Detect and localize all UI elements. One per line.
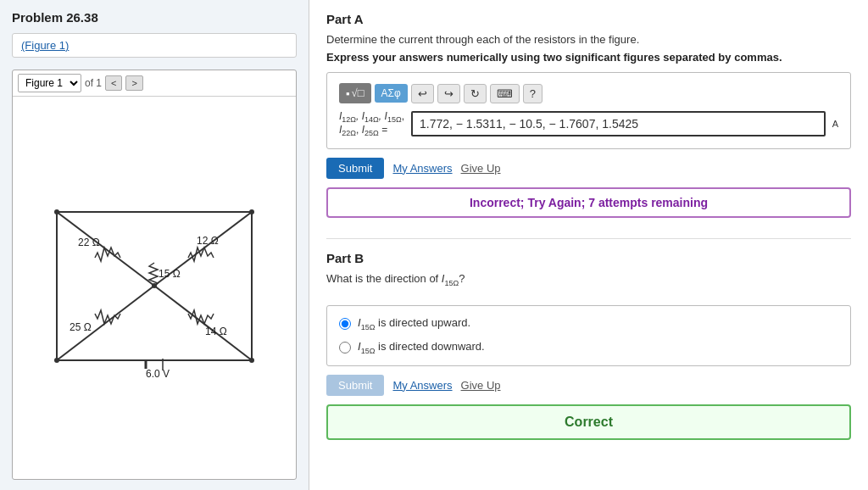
symbols-button[interactable]: ΑΣφ <box>375 84 408 103</box>
part-b-option-2[interactable]: I15Ω is directed downward. <box>339 340 838 355</box>
part-b-option-2-label: I15Ω is directed downward. <box>358 340 485 355</box>
figure-of-label: of 1 <box>85 77 102 89</box>
right-panel: Part A Determine the current through eac… <box>309 0 868 490</box>
math-toolbar: ▪ √□ ΑΣφ ↩ ↪ ↻ ⌨ ? <box>339 83 838 103</box>
part-a-header: Part A <box>326 12 851 26</box>
resistor-14-label: 14 Ω <box>205 326 227 337</box>
battery: 6.0 V <box>57 359 252 380</box>
svg-point-11 <box>54 209 59 214</box>
input-row: I12Ω, I14Ω, I15Ω, I22Ω, I25Ω = A <box>339 110 838 138</box>
part-b-section: Part B What is the direction of I15Ω? I1… <box>326 248 851 440</box>
part-b-option-1-label: I15Ω is directed upward. <box>358 316 470 331</box>
part-b-radio-group: I15Ω is directed upward. I15Ω is directe… <box>326 305 851 365</box>
resistor-25-label: 25 Ω <box>70 321 92 333</box>
part-b-submit-button[interactable]: Submit <box>326 375 384 396</box>
part-b-my-answers-link[interactable]: My Answers <box>392 379 452 392</box>
problem-title: Problem 26.38 <box>12 10 297 25</box>
part-a-give-up-link[interactable]: Give Up <box>461 162 501 175</box>
resistor-14: 14 Ω <box>188 310 227 337</box>
part-b-description: What is the direction of I15Ω? <box>326 272 851 287</box>
circuit-diagram: 22 Ω 12 Ω 15 Ω 25 Ω <box>31 195 277 381</box>
left-panel: Problem 26.38 (Figure 1) Figure 1 of 1 <… <box>0 0 309 490</box>
refresh-button[interactable]: ↻ <box>464 84 487 103</box>
part-a-answer-box: ▪ √□ ΑΣφ ↩ ↪ ↻ ⌨ ? I12Ω, I14Ω, I15Ω, I22… <box>326 72 851 149</box>
svg-line-4 <box>154 286 252 360</box>
figure-select[interactable]: Figure 1 <box>18 74 81 92</box>
figure-prev-button[interactable]: < <box>105 75 122 91</box>
part-a-answer-input[interactable] <box>411 111 826 136</box>
part-b-give-up-link[interactable]: Give Up <box>461 379 501 392</box>
resistor-15-label: 15 Ω <box>159 268 181 280</box>
unit-label: A <box>832 119 838 129</box>
figure-container: Figure 1 of 1 < > <box>12 70 297 480</box>
svg-point-12 <box>249 209 254 214</box>
part-b-radio-1[interactable] <box>339 318 351 330</box>
part-a-action-row: Submit My Answers Give Up <box>326 158 851 179</box>
part-b-option-1[interactable]: I15Ω is directed upward. <box>339 316 838 331</box>
input-label: I12Ω, I14Ω, I15Ω, I22Ω, I25Ω = <box>339 110 404 138</box>
resistor-22: 22 Ω <box>78 237 120 261</box>
undo-button[interactable]: ↩ <box>411 84 434 103</box>
matrix-icon-button[interactable]: ▪ √□ <box>339 83 371 103</box>
help-button[interactable]: ? <box>523 84 542 103</box>
part-b-radio-2[interactable] <box>339 342 351 354</box>
part-a-instruction: Express your answers numerically using t… <box>326 51 851 64</box>
figure-link[interactable]: (Figure 1) <box>12 33 297 58</box>
figure-toolbar: Figure 1 of 1 < > <box>13 70 296 97</box>
battery-label: 6.0 V <box>146 368 170 380</box>
circuit-area: 22 Ω 12 Ω 15 Ω 25 Ω <box>13 97 296 479</box>
redo-button[interactable]: ↪ <box>437 84 460 103</box>
resistor-12-label: 12 Ω <box>197 235 219 247</box>
part-a-incorrect-banner: Incorrect; Try Again; 7 attempts remaini… <box>326 187 851 218</box>
svg-point-14 <box>249 358 254 363</box>
resistor-22-label: 22 Ω <box>78 237 100 248</box>
part-a-my-answers-link[interactable]: My Answers <box>392 162 452 175</box>
part-a-description: Determine the current through each of th… <box>326 33 851 46</box>
svg-point-13 <box>54 358 59 363</box>
resistor-15: 15 Ω <box>149 263 181 287</box>
svg-line-1 <box>57 212 154 286</box>
resistor-25: 25 Ω <box>70 310 120 333</box>
part-b-correct-banner: Correct <box>326 404 851 440</box>
part-b-header: Part B <box>326 251 851 265</box>
svg-point-15 <box>152 283 157 288</box>
part-a-submit-button[interactable]: Submit <box>326 158 384 179</box>
figure-next-button[interactable]: > <box>125 75 142 91</box>
part-b-action-row: Submit My Answers Give Up <box>326 375 851 396</box>
divider <box>326 238 851 239</box>
keyboard-button[interactable]: ⌨ <box>490 84 520 103</box>
